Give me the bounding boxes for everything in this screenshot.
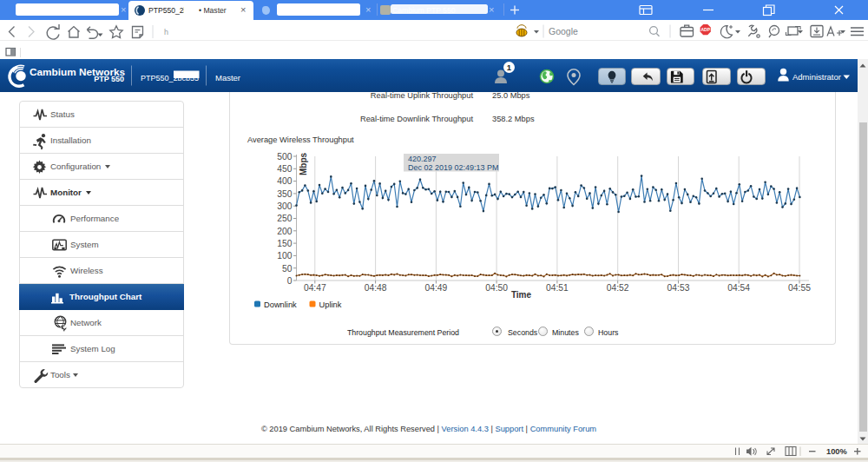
svg-text:Master: Master [215,73,240,82]
svg-text:Administrator: Administrator [792,72,841,82]
svg-text:Google: Google [549,26,578,36]
svg-text:1: 1 [507,63,512,72]
svg-text:ADP: ADP [700,27,710,32]
svg-text:h: h [164,28,168,36]
svg-text:PTP 550: PTP 550 [94,75,124,83]
svg-text:100%: 100% [826,447,848,456]
